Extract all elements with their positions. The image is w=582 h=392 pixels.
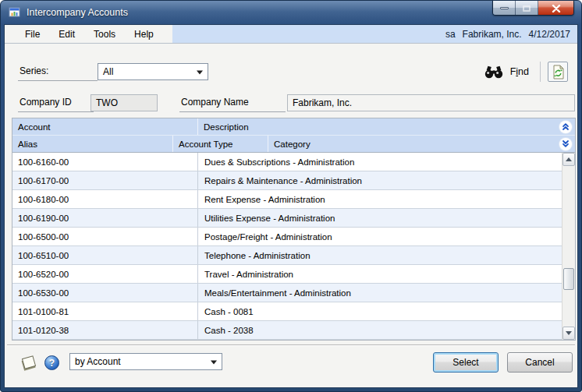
grid-body: 100-6160-00 Dues & Subscriptions - Admin… [12, 153, 575, 340]
caption-buttons [492, 1, 574, 16]
maximize-button[interactable] [516, 1, 538, 16]
column-header-account[interactable]: Account [12, 118, 198, 135]
grid-header-secondary: Alias Account Type Category [12, 136, 575, 153]
table-row[interactable]: 100-6530-00 Meals/Entertainment - Admini… [12, 284, 575, 302]
series-dropdown[interactable]: All [98, 63, 208, 80]
toolbar-divider [540, 62, 541, 82]
account-cell: 100-6500-00 [12, 228, 198, 245]
company-id-field[interactable]: TWO [90, 94, 158, 111]
app-icon [9, 6, 21, 19]
company-id-value: TWO [96, 97, 118, 108]
session-info: sa Fabrikam, Inc. 4/12/2017 [445, 25, 577, 43]
account-cell: 100-6190-00 [12, 209, 198, 227]
maximize-icon [523, 5, 531, 12]
session-date: 4/12/2017 [529, 29, 570, 40]
grid-header-primary: Account Description [12, 118, 575, 136]
note-button[interactable] [16, 351, 40, 375]
table-row[interactable]: 100-6510-00 Telephone - Administration [12, 246, 575, 265]
find-cluster: Find [481, 61, 568, 83]
company-id-label: Company ID [18, 97, 94, 112]
account-cell: 101-0100-81 [12, 302, 198, 320]
window: Intercompany Accounts File Edit Tools He… [0, 0, 582, 392]
menubar: File Edit Tools Help sa Fabrikam, Inc. 4… [5, 25, 577, 44]
description-cell: Rent Expense - Administration [198, 190, 575, 208]
description-cell: Utilities Expense - Administration [198, 209, 575, 227]
menu-help[interactable]: Help [125, 29, 163, 40]
company-name-label: Company Name [179, 97, 286, 112]
double-chevron-up-icon [559, 121, 572, 133]
session-user: sa [445, 29, 456, 40]
vertical-scrollbar[interactable] [562, 153, 575, 340]
column-header-alias[interactable]: Alias [12, 136, 173, 152]
table-row[interactable]: 100-6160-00 Dues & Subscriptions - Admin… [12, 153, 575, 171]
help-button[interactable]: ? [44, 355, 59, 370]
header-expand-button[interactable] [556, 136, 575, 152]
description-cell: Dues & Subscriptions - Administration [198, 153, 575, 171]
column-header-account-type[interactable]: Account Type [173, 136, 268, 152]
header-collapse-button[interactable] [556, 118, 575, 135]
description-cell: Repairs & Maintenance - Administration [198, 171, 575, 189]
column-header-category[interactable]: Category [268, 136, 556, 152]
double-chevron-down-icon [559, 138, 572, 150]
find-button[interactable]: Find [481, 64, 533, 80]
description-cell: Postage/Freight - Administration [198, 228, 575, 245]
caret-down-icon [197, 70, 203, 77]
table-row[interactable]: 101-0120-38 Cash - 2038 [12, 321, 575, 340]
account-cell: 101-0120-38 [12, 321, 198, 339]
account-cell: 100-6180-00 [12, 190, 198, 208]
scroll-down-button[interactable] [562, 327, 575, 340]
scroll-up-button[interactable] [562, 153, 575, 166]
scroll-down-icon [566, 331, 572, 338]
account-cell: 100-6510-00 [12, 246, 198, 264]
account-cell: 100-6170-00 [12, 171, 198, 189]
table-row[interactable]: 100-6520-00 Travel - Administration [12, 265, 575, 284]
close-icon [552, 5, 561, 12]
binoculars-icon [484, 65, 503, 79]
description-cell: Travel - Administration [198, 265, 575, 283]
company-name-field[interactable]: Fabrikam, Inc. [287, 94, 575, 111]
window-content: File Edit Tools Help sa Fabrikam, Inc. 4… [4, 24, 578, 388]
menu-file[interactable]: File [16, 29, 49, 40]
account-cell: 100-6530-00 [12, 284, 198, 302]
table-row[interactable]: 100-6170-00 Repairs & Maintenance - Admi… [12, 171, 575, 190]
menu-items: File Edit Tools Help [5, 25, 172, 43]
description-cell: Cash - 0081 [198, 302, 575, 320]
menu-edit[interactable]: Edit [49, 29, 84, 40]
menu-tools[interactable]: Tools [84, 29, 125, 40]
description-cell: Meals/Entertainment - Administration [198, 284, 575, 302]
company-name-value: Fabrikam, Inc. [293, 97, 352, 108]
description-cell: Telephone - Administration [198, 246, 575, 264]
series-value: All [103, 66, 113, 77]
table-row[interactable]: 100-6500-00 Postage/Freight - Administra… [12, 228, 575, 246]
session-company: Fabrikam, Inc. [463, 29, 522, 40]
table-row[interactable]: 100-6180-00 Rent Expense - Administratio… [12, 190, 575, 209]
find-label: Find [510, 66, 529, 77]
table-row[interactable]: 100-6190-00 Utilities Expense - Administ… [12, 209, 575, 228]
sort-dropdown[interactable]: by Account [69, 353, 222, 370]
account-cell: 100-6160-00 [12, 153, 198, 171]
account-cell: 100-6520-00 [12, 265, 198, 283]
sort-value: by Account [75, 356, 121, 367]
scrollbar-thumb[interactable] [563, 268, 574, 290]
column-header-description[interactable]: Description [198, 118, 556, 135]
footer-divider [7, 344, 575, 346]
redisplay-button[interactable] [548, 62, 568, 82]
series-label: Series: [18, 65, 98, 81]
cancel-button[interactable]: Cancel [507, 352, 573, 373]
window-title: Intercompany Accounts [27, 7, 128, 18]
notepad-icon [18, 354, 38, 373]
redisplay-icon [552, 65, 565, 79]
description-cell: Cash - 2038 [198, 321, 575, 339]
close-button[interactable] [538, 1, 573, 16]
minimize-button[interactable] [493, 1, 516, 16]
minimize-icon [500, 7, 509, 9]
help-icon: ? [49, 358, 55, 369]
scroll-up-icon [566, 154, 572, 161]
select-button[interactable]: Select [433, 352, 499, 373]
caret-down-icon [211, 360, 217, 367]
accounts-grid: Account Description Alias Account Type C… [12, 118, 576, 341]
table-row[interactable]: 101-0100-81 Cash - 0081 [12, 302, 575, 321]
